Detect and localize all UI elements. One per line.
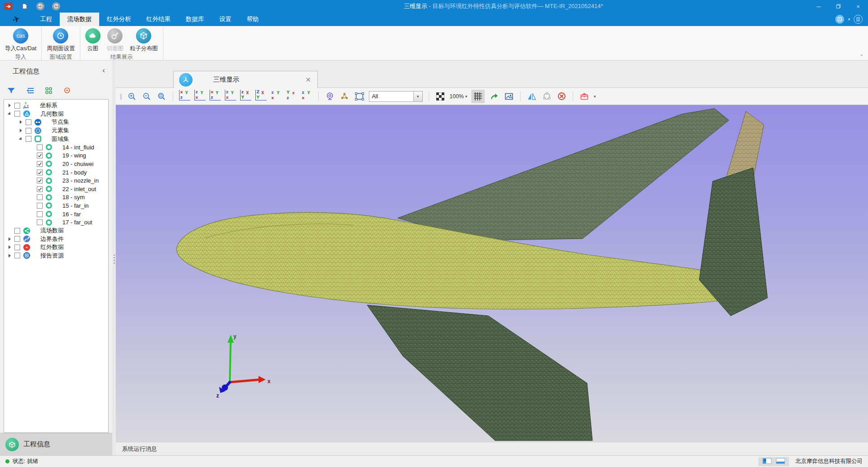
view-back-icon[interactable]: Yzx [194,91,206,101]
expander-icon[interactable] [7,237,12,241]
restore-button[interactable] [829,0,848,13]
tree-checkbox[interactable] [37,186,43,192]
tree-item-node-set[interactable]: 节点集 [4,118,108,127]
tree-checkbox[interactable] [37,153,43,158]
tree-item-far-out[interactable]: 17 - far_out [4,218,108,227]
mesh-toggle-icon[interactable] [473,91,483,102]
tree-checkbox[interactable] [14,236,20,242]
panel-splitter[interactable] [112,61,116,455]
cancel-icon[interactable] [556,91,567,102]
expander-icon[interactable] [7,254,12,258]
view-right-icon[interactable]: Yzx [225,91,236,101]
view-iso-3-icon[interactable]: Yzx [301,91,312,101]
periodic-surface-button[interactable]: 周期面设置 [44,28,78,53]
tree-checkbox[interactable] [14,103,20,109]
expander-icon[interactable] [18,120,23,124]
tree-item-face-set[interactable]: 面域集 [4,135,108,143]
view-iso-1-icon[interactable]: Yzx [271,91,282,101]
view-bottom-icon[interactable]: XZY [255,91,267,101]
tree-checkbox[interactable] [37,144,43,150]
transparency-icon[interactable] [435,91,446,102]
orbit-icon[interactable] [541,91,552,102]
expander-icon[interactable] [18,129,23,132]
package-icon[interactable] [579,91,590,102]
tree-checkbox[interactable] [14,111,20,117]
tree-checkbox[interactable] [14,253,20,258]
molecule-icon[interactable] [339,91,350,102]
zoom-fit-icon[interactable] [156,91,167,102]
tree-item-body[interactable]: 21 - body [4,168,108,177]
view-front-icon[interactable]: Yxz [179,91,190,101]
camera-icon[interactable] [324,91,335,102]
collapse-ribbon-icon[interactable]: ⌃ [860,54,864,59]
tree-item-wing[interactable]: 19 - wing [4,152,108,160]
view-top-icon[interactable]: XzY [240,91,251,101]
panel-collapse-icon[interactable]: ‹ [102,66,105,75]
view-iso-2-icon[interactable]: xYz [286,91,297,101]
tree-item-inlet-out[interactable]: 22 - inlet_out [4,185,108,193]
tree-item-element-set[interactable]: 元素集 [4,127,108,135]
help-panel-icon[interactable] [854,15,863,24]
display-filter-combo[interactable]: All▾ [369,91,423,102]
undo-button[interactable] [36,2,44,10]
expander-icon[interactable] [7,112,12,116]
view-left-icon[interactable]: Yxz [210,91,221,101]
app-icon[interactable] [4,3,13,10]
tree-item-geometry-data[interactable]: 几何数据 [4,110,108,118]
toolbar-drag-handle[interactable]: ∥ [119,93,122,100]
tree-checkbox[interactable] [37,178,43,183]
chevron-down-icon[interactable]: ▾ [848,17,850,22]
new-file-button[interactable] [21,2,29,10]
menu-item-database[interactable]: 数据库 [178,13,212,26]
tree-item-far-in[interactable]: 15 - far_in [4,201,108,210]
slice-plot-button[interactable]: 切面图 [104,28,127,53]
minimize-button[interactable]: ─ [809,0,829,13]
menu-item-project[interactable]: 工程 [32,13,60,26]
expander-icon[interactable] [7,104,12,107]
layout-bottom-panel-icon[interactable] [776,458,785,465]
close-button[interactable]: × [848,0,868,13]
share-arrow-icon[interactable] [489,91,500,102]
menu-item-ir-results[interactable]: 红外结果 [139,13,178,26]
tree-checkbox[interactable] [37,170,43,175]
viewport-3d[interactable]: x y z [116,105,868,442]
zoom-level-dropdown[interactable]: 100%▾ [450,93,468,100]
expander-icon[interactable] [18,137,23,141]
tree-checkbox[interactable] [37,161,43,167]
group-view-icon[interactable] [45,87,53,96]
tree-checkbox[interactable] [14,244,20,250]
menu-item-ir-analysis[interactable]: 红外分析 [99,13,139,26]
tree-checkbox[interactable] [26,119,31,125]
tree-item-chuiwei[interactable]: 20 - chuiwei [4,160,108,168]
import-casdat-button[interactable]: cas导入Cas/Dat [2,28,39,53]
tree-item-infrared-data[interactable]: 红外数据 [4,243,108,252]
mirror-icon[interactable] [526,91,537,102]
tree-checkbox[interactable] [37,194,43,200]
tree-checkbox[interactable] [26,128,31,134]
chevron-down-icon[interactable]: ▾ [594,94,596,99]
locate-icon[interactable] [63,87,71,96]
tab-3d-view[interactable]: 三维显示 ✕ [173,71,318,88]
menu-item-settings[interactable]: 设置 [212,13,239,26]
tree-checkbox[interactable] [37,203,43,209]
layout-left-panel-icon[interactable] [763,458,772,465]
tree-item-int-fluid[interactable]: 14 - int_fluid [4,143,108,152]
particle-plot-button[interactable]: 粒子分布图 [127,28,161,53]
collapse-all-icon[interactable] [26,87,34,96]
box-select-icon[interactable] [354,91,365,102]
menu-item-help[interactable]: 帮助 [239,13,267,26]
tree-checkbox[interactable] [26,136,31,142]
contour-plot-button[interactable]: 云图 [82,28,104,53]
zoom-out-icon[interactable] [141,91,152,102]
tree-item-report-resources[interactable]: 报告资源 [4,252,108,260]
expander-icon[interactable] [7,245,12,249]
quick-view-icon[interactable] [835,15,844,24]
zoom-in-icon[interactable] [127,91,137,102]
tree-checkbox[interactable] [37,211,43,217]
tree-checkbox[interactable] [37,219,43,225]
tab-close-icon[interactable]: ✕ [305,76,311,84]
menu-item-flow-data[interactable]: 流场数据 [60,13,99,26]
tree-item-far[interactable]: 16 - far [4,210,108,218]
panel-footer-tab[interactable]: 工程信息 [0,433,112,455]
combo-dropdown-icon[interactable]: ▾ [413,92,422,101]
